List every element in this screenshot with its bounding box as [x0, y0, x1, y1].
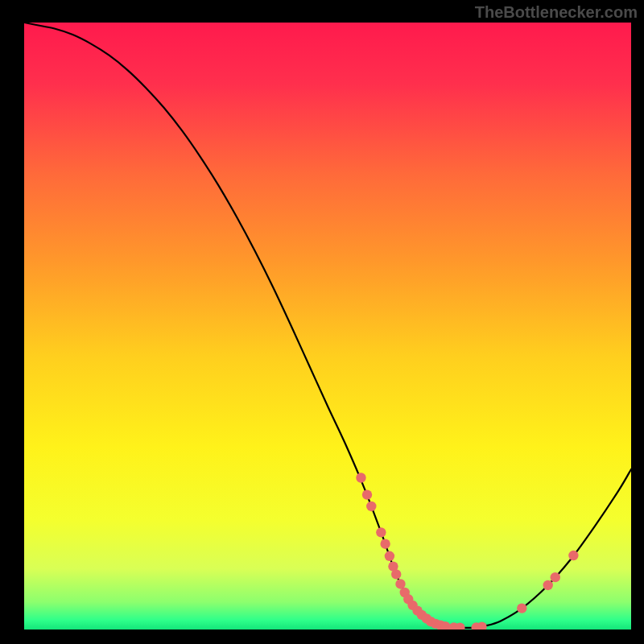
data-marker — [366, 502, 376, 511]
gradient-background — [24, 23, 631, 630]
data-marker — [568, 551, 578, 560]
watermark-text: TheBottlenecker.com — [475, 3, 638, 22]
data-marker — [376, 527, 386, 537]
data-marker — [362, 489, 372, 499]
data-marker — [385, 551, 394, 561]
plot-area — [24, 23, 631, 630]
data-marker — [551, 572, 560, 582]
data-marker — [395, 579, 405, 588]
data-marker — [356, 473, 365, 482]
data-marker — [543, 580, 553, 590]
data-marker — [391, 569, 401, 579]
chart-container: TheBottlenecker.com — [0, 0, 644, 644]
data-marker — [380, 539, 390, 548]
data-marker — [517, 603, 526, 613]
bottleneck-chart — [24, 23, 631, 630]
